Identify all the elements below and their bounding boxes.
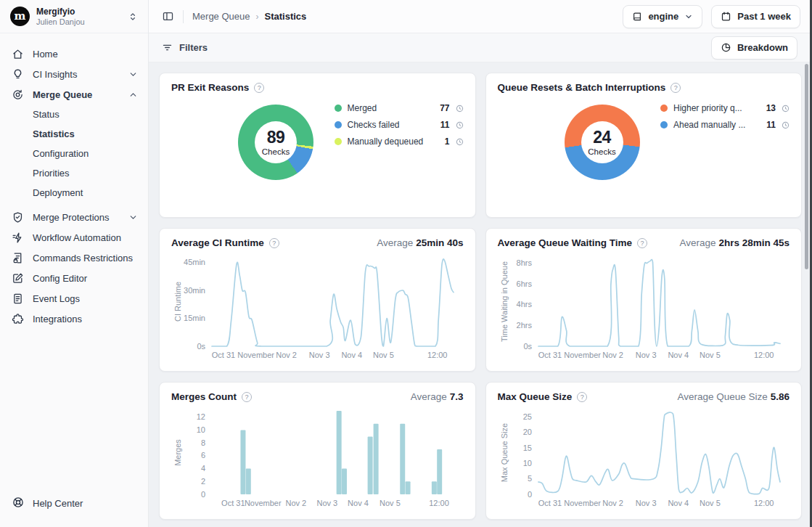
legend-item-merged[interactable]: Merged 77 — [335, 103, 464, 113]
sidebar-item-label: Event Logs — [33, 293, 138, 304]
sidebar-item-ci-insights[interactable]: CI Insights — [0, 64, 148, 84]
svg-text:Nov 2: Nov 2 — [602, 351, 623, 359]
svg-text:12:00: 12:00 — [753, 499, 774, 507]
info-clock-icon[interactable] — [456, 138, 464, 146]
svg-text:November: November — [237, 351, 274, 359]
sidebar-subitem-statistics[interactable]: Statistics — [0, 124, 148, 144]
svg-text:November: November — [245, 499, 282, 507]
svg-text:0: 0 — [527, 490, 531, 499]
sidebar-item-home[interactable]: Home — [0, 44, 148, 64]
sidebar-item-label: Workflow Automation — [33, 232, 138, 243]
legend-swatch — [660, 105, 668, 112]
main-panel: Merge Queue › Statistics engine Past 1 w… — [149, 0, 812, 527]
breadcrumb-merge-queue[interactable]: Merge Queue — [192, 11, 250, 22]
filter-icon — [162, 42, 173, 53]
sidebar-toggle-icon[interactable] — [162, 10, 174, 23]
card-average-ci-runtime: Average CI Runtime ? Average25min 40s 0s… — [159, 228, 476, 372]
help-icon[interactable]: ? — [577, 392, 587, 402]
donut-center: 24 Checks — [581, 121, 623, 163]
svg-text:2hrs: 2hrs — [516, 321, 532, 330]
org-switcher[interactable]: m Mergifyio Julien Danjou — [0, 0, 148, 33]
help-center-label: Help Center — [33, 498, 83, 509]
svg-text:Oct 31: Oct 31 — [212, 351, 235, 359]
sidebar-item-merge-protections[interactable]: Merge Protections — [0, 207, 148, 227]
lightbulb-icon — [12, 68, 24, 81]
sidebar-item-integrations[interactable]: Integrations — [0, 309, 148, 329]
svg-text:Max Queue Size: Max Queue Size — [500, 423, 509, 482]
card-queue-resets: Queue Resets & Batch Interruptions ? 24 … — [485, 73, 803, 218]
donut-chart-queue-resets[interactable]: 24 Checks — [565, 105, 640, 180]
donut-chart-pr-exit-reasons[interactable]: 89 Checks — [238, 105, 313, 180]
info-clock-icon[interactable] — [782, 105, 790, 113]
info-clock-icon[interactable] — [782, 121, 790, 129]
sidebar-item-label: Commands Restrictions — [33, 253, 138, 264]
legend-swatch — [335, 138, 342, 145]
sidebar-item-workflow-automation[interactable]: Workflow Automation — [0, 227, 148, 248]
svg-text:Oct 31: Oct 31 — [538, 351, 561, 359]
sidebar-item-label: Integrations — [33, 314, 138, 324]
help-icon[interactable]: ? — [670, 83, 681, 93]
breadcrumb: Merge Queue › Statistics — [192, 11, 614, 22]
legend-swatch — [335, 105, 342, 112]
svg-text:November: November — [564, 499, 601, 507]
line-chart-queue-waiting-time[interactable]: 0s2hrs4hrs6hrs8hrsOct 31NovemberNov 2Nov… — [498, 250, 790, 362]
svg-text:Nov 5: Nov 5 — [700, 351, 721, 359]
sidebar-item-config-editor[interactable]: Config Editor — [0, 268, 148, 288]
date-range-label: Past 1 week — [737, 11, 791, 22]
date-range-button[interactable]: Past 1 week — [711, 5, 800, 28]
svg-text:0s: 0s — [197, 342, 205, 351]
home-icon — [12, 48, 24, 60]
chevron-down-icon — [684, 12, 693, 21]
filters-button[interactable]: Filters — [162, 42, 208, 53]
help-icon[interactable]: ? — [242, 392, 252, 402]
svg-text:2: 2 — [201, 477, 205, 486]
donut-center-label: Checks — [588, 147, 615, 156]
info-clock-icon[interactable] — [456, 121, 464, 129]
scrollbar-thumb[interactable] — [805, 64, 808, 269]
svg-text:12:00: 12:00 — [427, 351, 448, 359]
help-icon[interactable]: ? — [254, 83, 264, 93]
bar-chart-merges-count[interactable]: 024681012Oct 31NovemberNov 2Nov 3Nov 4No… — [171, 404, 464, 510]
sidebar-subitem-deployment[interactable]: Deployment — [0, 183, 148, 203]
svg-text:4hrs: 4hrs — [516, 300, 532, 309]
sidebar-item-merge-queue[interactable]: Merge Queue — [0, 84, 148, 105]
lifebuoy-icon — [12, 496, 25, 511]
average-stat: Average Queue Size5.86 — [677, 391, 790, 402]
merge-queue-icon — [12, 89, 24, 101]
sidebar-subitem-configuration[interactable]: Configuration — [0, 144, 148, 163]
svg-text:12:00: 12:00 — [753, 351, 774, 359]
line-chart-ci-runtime[interactable]: 0s15min30min45minOct 31NovemberNov 2Nov … — [171, 250, 464, 362]
sidebar-item-commands-restrictions[interactable]: Commands Restrictions — [0, 248, 148, 268]
average-stat: Average7.3 — [411, 391, 464, 402]
sidebar-nav: Home CI Insights Merge Queue Status Stat… — [0, 33, 148, 486]
sidebar: m Mergifyio Julien Danjou Home CI Insigh… — [0, 0, 149, 527]
line-chart-max-queue-size[interactable]: 0510152025Oct 31NovemberNov 2Nov 3Nov 4N… — [498, 404, 790, 510]
help-center-link[interactable]: Help Center — [0, 486, 148, 527]
legend-item-higher-priority[interactable]: Higher priority q... 13 — [660, 103, 790, 113]
svg-text:8hrs: 8hrs — [516, 258, 532, 267]
sidebar-item-label: CI Insights — [33, 69, 120, 80]
breakdown-button[interactable]: Breakdown — [711, 36, 797, 60]
card-title: Max Queue Size — [498, 391, 573, 402]
legend-item-checks-failed[interactable]: Checks failed 11 — [335, 120, 464, 130]
engine-select[interactable]: engine — [623, 5, 702, 28]
legend-item-manually-dequeued[interactable]: Manually dequeued 1 — [335, 136, 464, 147]
legend: Merged 77 Checks failed 11 Manua — [335, 93, 464, 147]
sidebar-subitem-status[interactable]: Status — [0, 105, 148, 124]
help-icon[interactable]: ? — [269, 238, 279, 248]
help-icon[interactable]: ? — [637, 238, 647, 248]
svg-text:0s: 0s — [523, 342, 532, 351]
average-stat: Average2hrs 28min 45s — [679, 237, 790, 248]
chevron-down-icon — [128, 70, 138, 79]
legend-item-ahead-manually[interactable]: Ahead manually ... 11 — [660, 120, 790, 130]
zap-icon — [12, 232, 24, 244]
sidebar-subitem-priorities[interactable]: Priorities — [0, 163, 148, 183]
svg-text:15: 15 — [522, 444, 531, 452]
info-clock-icon[interactable] — [456, 105, 464, 113]
sidebar-item-event-logs[interactable]: Event Logs — [0, 288, 148, 309]
repo-icon — [632, 12, 642, 22]
dashboard-grid: PR Exit Reasons ? 89 Checks — [149, 62, 812, 527]
card-title: Average CI Runtime — [171, 237, 264, 248]
svg-text:Nov 4: Nov 4 — [668, 499, 689, 507]
average-stat: Average25min 40s — [377, 237, 463, 248]
